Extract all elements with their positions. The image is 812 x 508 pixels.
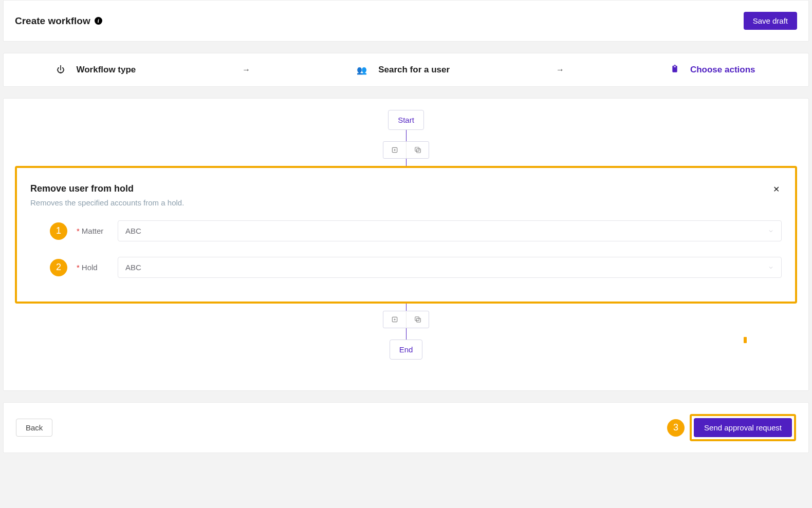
add-template-button[interactable]: [406, 142, 429, 158]
required-marker: *: [77, 227, 80, 235]
svg-rect-8: [415, 317, 419, 321]
svg-rect-3: [415, 147, 419, 152]
start-node[interactable]: Start: [388, 110, 424, 130]
canvas-panel: Start Remove user from hold ✕ Removes th…: [3, 98, 809, 391]
action-card-header: Remove user from hold ✕: [30, 183, 782, 195]
arrow-right-icon: →: [242, 65, 250, 74]
arrow-right-icon: →: [556, 65, 564, 74]
connector-line: [406, 159, 407, 166]
info-icon[interactable]: i: [95, 17, 102, 25]
chevron-down-icon: [768, 228, 774, 234]
action-card-description: Removes the specified accounts from a ho…: [30, 198, 782, 207]
matter-select-value: ABC: [125, 227, 141, 235]
add-step-button[interactable]: [383, 142, 406, 158]
back-button[interactable]: Back: [16, 419, 52, 437]
step-search-user[interactable]: 👥 Search for a user: [357, 65, 450, 75]
clipboard-icon: [671, 65, 679, 75]
field-badge-2: 2: [50, 259, 67, 276]
step-label-choose-actions: Choose actions: [690, 65, 755, 75]
connector-line: [406, 328, 407, 340]
svg-rect-4: [416, 149, 420, 153]
required-marker: *: [77, 263, 80, 272]
step-choose-actions[interactable]: Choose actions: [671, 65, 755, 75]
matter-label: *Matter: [77, 227, 108, 235]
chevron-down-icon: [768, 265, 774, 271]
hold-select[interactable]: ABC: [118, 257, 782, 278]
decorative-marker: [744, 337, 747, 343]
steps-panel: ⏻ Workflow type → 👥 Search for a user → …: [3, 53, 809, 87]
step-workflow-type[interactable]: ⏻ Workflow type: [57, 65, 136, 75]
step-label-search-user: Search for a user: [378, 65, 450, 75]
add-toolbox-bottom: [383, 311, 429, 328]
add-template-button[interactable]: [406, 311, 429, 328]
hold-select-value: ABC: [125, 263, 141, 272]
footer-panel: Back 3 Send approval request: [3, 402, 809, 453]
matter-select[interactable]: ABC: [118, 220, 782, 241]
header-panel: Create workflow i Save draft: [3, 0, 809, 42]
action-card: Remove user from hold ✕ Removes the spec…: [15, 166, 797, 304]
form-row-matter: 1 *Matter ABC: [30, 220, 782, 241]
header-title-group: Create workflow i: [15, 15, 102, 27]
power-icon: ⏻: [57, 65, 65, 74]
close-icon[interactable]: ✕: [771, 183, 782, 195]
matter-label-text: Matter: [82, 227, 104, 235]
footer-right-group: 3 Send approval request: [667, 414, 796, 441]
send-approval-button[interactable]: Send approval request: [694, 418, 792, 437]
add-toolbox-top: [383, 141, 429, 159]
svg-rect-9: [416, 318, 420, 323]
form-row-hold: 2 *Hold ABC: [30, 257, 782, 278]
action-card-title: Remove user from hold: [30, 183, 134, 194]
step-label-workflow-type: Workflow type: [76, 65, 136, 75]
flow-column: Start Remove user from hold ✕ Removes th…: [15, 110, 797, 360]
end-node[interactable]: End: [390, 340, 423, 360]
hold-label-text: Hold: [82, 263, 98, 272]
send-highlight-frame: Send approval request: [690, 414, 796, 441]
field-badge-1: 1: [50, 222, 67, 240]
save-draft-button[interactable]: Save draft: [744, 12, 797, 30]
footer-badge-3: 3: [667, 419, 685, 437]
connector-line: [406, 130, 407, 141]
users-icon: 👥: [357, 65, 367, 75]
page-title: Create workflow: [15, 15, 90, 27]
hold-label: *Hold: [77, 263, 108, 272]
connector-line: [406, 304, 407, 311]
action-card-wrap: Remove user from hold ✕ Removes the spec…: [15, 166, 797, 304]
add-step-button[interactable]: [383, 311, 406, 328]
